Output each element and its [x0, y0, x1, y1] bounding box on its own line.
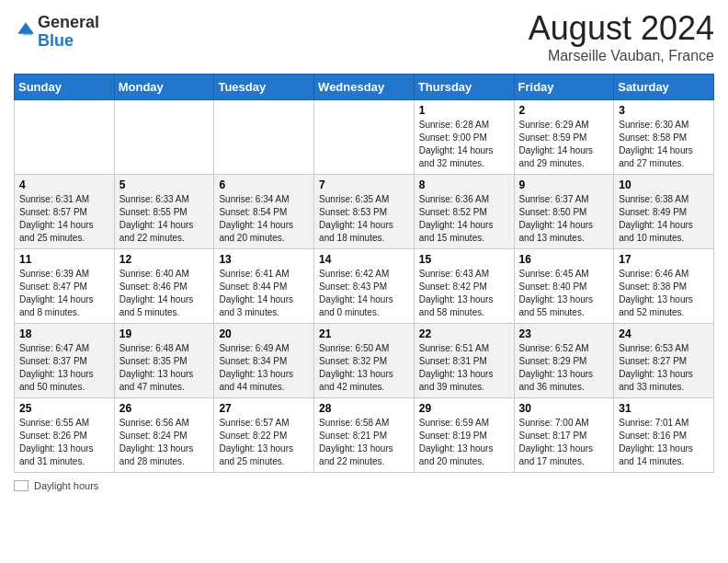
logo-icon [16, 20, 36, 40]
calendar-cell: 9Sunrise: 6:37 AM Sunset: 8:50 PM Daylig… [514, 175, 614, 249]
day-number: 2 [519, 104, 609, 117]
day-info: Sunrise: 6:47 AM Sunset: 8:37 PM Dayligh… [19, 342, 109, 394]
day-number: 13 [219, 253, 309, 266]
day-number: 20 [219, 327, 309, 340]
day-info: Sunrise: 6:28 AM Sunset: 9:00 PM Dayligh… [419, 119, 509, 170]
subtitle: Marseille Vauban, France [529, 48, 714, 64]
day-info: Sunrise: 6:49 AM Sunset: 8:34 PM Dayligh… [219, 342, 309, 394]
day-info: Sunrise: 6:31 AM Sunset: 8:57 PM Dayligh… [19, 193, 109, 245]
calendar-cell: 22Sunrise: 6:51 AM Sunset: 8:31 PM Dayli… [414, 324, 514, 398]
day-header-friday: Friday [514, 75, 614, 100]
calendar-cell: 28Sunrise: 6:58 AM Sunset: 8:21 PM Dayli… [314, 398, 415, 473]
day-info: Sunrise: 6:29 AM Sunset: 8:59 PM Dayligh… [519, 119, 609, 170]
calendar-table: SundayMondayTuesdayWednesdayThursdayFrid… [14, 74, 714, 473]
calendar-cell: 18Sunrise: 6:47 AM Sunset: 8:37 PM Dayli… [15, 324, 115, 398]
day-info: Sunrise: 6:41 AM Sunset: 8:44 PM Dayligh… [219, 268, 309, 319]
calendar-cell [15, 100, 115, 175]
day-number: 17 [619, 253, 709, 266]
day-number: 4 [19, 178, 109, 191]
calendar-cell: 7Sunrise: 6:35 AM Sunset: 8:53 PM Daylig… [314, 175, 415, 249]
day-number: 11 [19, 253, 109, 266]
day-info: Sunrise: 6:58 AM Sunset: 8:21 PM Dayligh… [319, 417, 409, 468]
day-header-wednesday: Wednesday [314, 75, 415, 100]
legend: Daylight hours [14, 480, 714, 491]
day-info: Sunrise: 7:00 AM Sunset: 8:17 PM Dayligh… [519, 417, 609, 468]
calendar-cell: 6Sunrise: 6:34 AM Sunset: 8:54 PM Daylig… [214, 175, 314, 249]
calendar-cell [114, 100, 214, 175]
calendar-cell: 31Sunrise: 7:01 AM Sunset: 8:16 PM Dayli… [614, 398, 714, 473]
legend-box [14, 480, 28, 491]
day-info: Sunrise: 6:57 AM Sunset: 8:22 PM Dayligh… [219, 417, 309, 468]
calendar-cell: 27Sunrise: 6:57 AM Sunset: 8:22 PM Dayli… [214, 398, 314, 473]
day-number: 25 [19, 402, 109, 415]
day-number: 6 [219, 178, 309, 191]
calendar-cell: 30Sunrise: 7:00 AM Sunset: 8:17 PM Dayli… [514, 398, 614, 473]
calendar-week-3: 11Sunrise: 6:39 AM Sunset: 8:47 PM Dayli… [15, 249, 714, 324]
calendar-cell: 5Sunrise: 6:33 AM Sunset: 8:55 PM Daylig… [114, 175, 214, 249]
calendar-cell: 12Sunrise: 6:40 AM Sunset: 8:46 PM Dayli… [114, 249, 214, 324]
calendar-cell [214, 100, 314, 175]
calendar-cell: 24Sunrise: 6:53 AM Sunset: 8:27 PM Dayli… [614, 324, 714, 398]
header: General Blue August 2024 Marseille Vauba… [14, 9, 714, 64]
day-number: 8 [419, 178, 509, 191]
day-number: 19 [119, 327, 210, 340]
calendar-cell: 29Sunrise: 6:59 AM Sunset: 8:19 PM Dayli… [414, 398, 514, 473]
day-number: 28 [319, 402, 409, 415]
day-number: 23 [519, 327, 609, 340]
calendar-cell: 20Sunrise: 6:49 AM Sunset: 8:34 PM Dayli… [214, 324, 314, 398]
day-number: 9 [519, 178, 609, 191]
day-number: 21 [319, 327, 409, 340]
day-number: 27 [219, 402, 309, 415]
calendar-cell: 8Sunrise: 6:36 AM Sunset: 8:52 PM Daylig… [414, 175, 514, 249]
logo-general-text: General Blue [38, 14, 99, 51]
day-header-tuesday: Tuesday [214, 75, 314, 100]
day-number: 1 [419, 104, 509, 117]
day-number: 12 [119, 253, 210, 266]
calendar-cell: 15Sunrise: 6:43 AM Sunset: 8:42 PM Dayli… [414, 249, 514, 324]
day-info: Sunrise: 6:36 AM Sunset: 8:52 PM Dayligh… [419, 193, 509, 245]
day-number: 16 [519, 253, 609, 266]
day-info: Sunrise: 6:30 AM Sunset: 8:58 PM Dayligh… [619, 119, 709, 170]
day-number: 31 [619, 402, 709, 415]
calendar-week-4: 18Sunrise: 6:47 AM Sunset: 8:37 PM Dayli… [15, 324, 714, 398]
calendar-cell: 26Sunrise: 6:56 AM Sunset: 8:24 PM Dayli… [114, 398, 214, 473]
calendar-cell: 11Sunrise: 6:39 AM Sunset: 8:47 PM Dayli… [15, 249, 115, 324]
calendar-cell: 16Sunrise: 6:45 AM Sunset: 8:40 PM Dayli… [514, 249, 614, 324]
calendar-cell: 17Sunrise: 6:46 AM Sunset: 8:38 PM Dayli… [614, 249, 714, 324]
day-info: Sunrise: 6:55 AM Sunset: 8:26 PM Dayligh… [19, 417, 109, 468]
day-info: Sunrise: 6:51 AM Sunset: 8:31 PM Dayligh… [419, 342, 509, 394]
calendar-cell: 1Sunrise: 6:28 AM Sunset: 9:00 PM Daylig… [414, 100, 514, 175]
day-info: Sunrise: 6:37 AM Sunset: 8:50 PM Dayligh… [519, 193, 609, 245]
calendar-cell: 10Sunrise: 6:38 AM Sunset: 8:49 PM Dayli… [614, 175, 714, 249]
main-title: August 2024 [529, 9, 714, 48]
day-info: Sunrise: 6:39 AM Sunset: 8:47 PM Dayligh… [19, 268, 109, 319]
day-info: Sunrise: 6:53 AM Sunset: 8:27 PM Dayligh… [619, 342, 709, 394]
day-info: Sunrise: 6:42 AM Sunset: 8:43 PM Dayligh… [319, 268, 409, 319]
day-number: 22 [419, 327, 509, 340]
day-number: 24 [619, 327, 709, 340]
day-number: 5 [119, 178, 210, 191]
day-number: 7 [319, 178, 409, 191]
day-number: 26 [119, 402, 210, 415]
calendar-cell: 19Sunrise: 6:48 AM Sunset: 8:35 PM Dayli… [114, 324, 214, 398]
day-info: Sunrise: 6:34 AM Sunset: 8:54 PM Dayligh… [219, 193, 309, 245]
day-info: Sunrise: 6:50 AM Sunset: 8:32 PM Dayligh… [319, 342, 409, 394]
calendar-cell: 23Sunrise: 6:52 AM Sunset: 8:29 PM Dayli… [514, 324, 614, 398]
day-number: 30 [519, 402, 609, 415]
day-info: Sunrise: 6:33 AM Sunset: 8:55 PM Dayligh… [119, 193, 210, 245]
day-number: 3 [619, 104, 709, 117]
day-info: Sunrise: 6:46 AM Sunset: 8:38 PM Dayligh… [619, 268, 709, 319]
title-area: August 2024 Marseille Vauban, France [529, 9, 714, 64]
day-number: 29 [419, 402, 509, 415]
day-number: 18 [19, 327, 109, 340]
day-number: 15 [419, 253, 509, 266]
day-header-saturday: Saturday [614, 75, 714, 100]
calendar-cell: 25Sunrise: 6:55 AM Sunset: 8:26 PM Dayli… [15, 398, 115, 473]
day-info: Sunrise: 6:40 AM Sunset: 8:46 PM Dayligh… [119, 268, 210, 319]
day-info: Sunrise: 7:01 AM Sunset: 8:16 PM Dayligh… [619, 417, 709, 468]
calendar-cell: 3Sunrise: 6:30 AM Sunset: 8:58 PM Daylig… [614, 100, 714, 175]
day-info: Sunrise: 6:48 AM Sunset: 8:35 PM Dayligh… [119, 342, 210, 394]
day-info: Sunrise: 6:43 AM Sunset: 8:42 PM Dayligh… [419, 268, 509, 319]
day-header-thursday: Thursday [414, 75, 514, 100]
calendar-week-1: 1Sunrise: 6:28 AM Sunset: 9:00 PM Daylig… [15, 100, 714, 175]
